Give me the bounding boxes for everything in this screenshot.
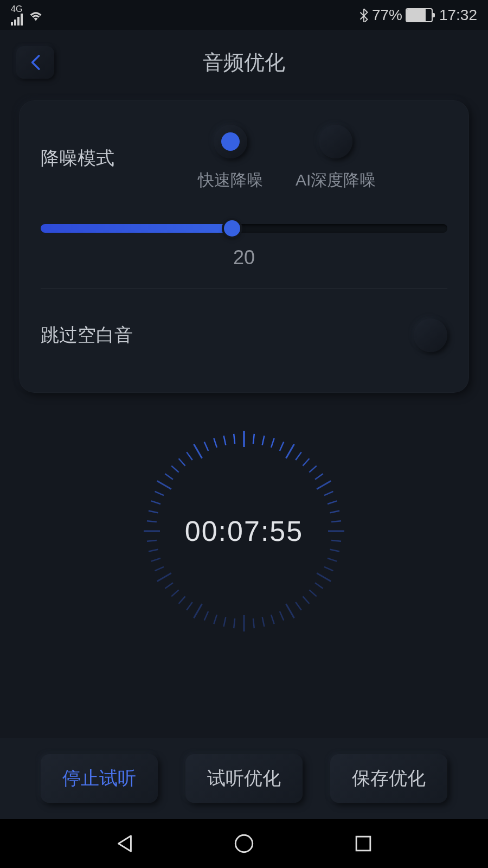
svg-line-47 — [149, 511, 158, 513]
radio-circle-icon — [319, 125, 352, 158]
status-right: 77% 17:32 — [359, 7, 477, 24]
radio-option-fast[interactable]: 快速降噪 — [198, 125, 263, 192]
svg-line-31 — [234, 618, 235, 628]
svg-line-24 — [296, 602, 301, 610]
skip-silence-toggle[interactable] — [414, 318, 447, 352]
svg-line-33 — [214, 615, 217, 624]
network-indicator: 4G — [11, 5, 23, 25]
network-type: 4G — [11, 5, 22, 14]
svg-line-29 — [253, 618, 254, 628]
svg-line-50 — [157, 481, 171, 489]
svg-line-21 — [315, 583, 323, 589]
timer-ticks-icon — [136, 423, 352, 640]
nav-bar — [0, 819, 488, 868]
options-card: 降噪模式 快速降噪 AI深度降噪 20 跳过空白音 — [19, 100, 469, 393]
svg-line-8 — [309, 466, 316, 473]
svg-line-54 — [187, 452, 192, 460]
svg-line-26 — [280, 611, 284, 620]
svg-line-19 — [324, 567, 333, 571]
svg-line-9 — [315, 474, 323, 480]
timer-container: 00:07:55 — [0, 423, 488, 640]
signal-icon — [11, 14, 23, 25]
page-title: 音频优化 — [203, 49, 285, 76]
svg-line-34 — [204, 611, 208, 620]
svg-line-43 — [149, 550, 158, 552]
noise-reduction-label: 降噪模式 — [41, 146, 149, 171]
back-button[interactable] — [16, 46, 54, 79]
svg-line-28 — [262, 617, 265, 627]
svg-line-59 — [234, 434, 235, 444]
header: 音频优化 — [0, 30, 488, 90]
svg-line-22 — [309, 590, 316, 596]
svg-line-35 — [194, 604, 202, 618]
clock-time: 17:32 — [439, 7, 477, 24]
svg-line-4 — [280, 442, 284, 451]
svg-line-7 — [303, 458, 309, 465]
radio-label-fast: 快速降噪 — [198, 169, 263, 192]
nav-recent-button[interactable] — [352, 833, 374, 854]
svg-line-18 — [328, 558, 337, 561]
svg-line-13 — [330, 511, 339, 513]
noise-reduction-row: 降噪模式 快速降噪 AI深度降噪 — [41, 125, 447, 192]
svg-line-10 — [317, 481, 331, 489]
bluetooth-icon — [359, 8, 369, 22]
svg-point-60 — [235, 835, 252, 852]
svg-line-17 — [330, 550, 339, 552]
radio-group: 快速降噪 AI深度降噪 — [198, 125, 376, 192]
svg-line-44 — [147, 540, 157, 541]
svg-line-14 — [331, 521, 341, 522]
svg-line-23 — [303, 596, 309, 603]
svg-rect-61 — [356, 837, 370, 851]
radio-circle-icon — [214, 125, 247, 158]
intensity-slider[interactable]: 20 — [41, 224, 447, 269]
svg-line-5 — [286, 444, 294, 458]
skip-silence-label: 跳过空白音 — [41, 323, 149, 348]
svg-line-51 — [165, 474, 173, 480]
svg-line-48 — [151, 501, 160, 504]
svg-line-52 — [171, 466, 178, 473]
battery-icon — [406, 8, 433, 22]
svg-line-25 — [286, 604, 294, 618]
divider — [41, 288, 447, 289]
svg-line-38 — [171, 590, 178, 596]
svg-line-40 — [157, 573, 171, 582]
svg-line-2 — [262, 436, 265, 445]
svg-line-6 — [296, 452, 301, 460]
svg-line-39 — [165, 583, 173, 589]
slider-fill — [41, 224, 232, 233]
chevron-left-icon — [29, 54, 41, 71]
svg-line-42 — [151, 558, 160, 561]
slider-thumb[interactable] — [224, 220, 240, 237]
svg-line-55 — [194, 444, 202, 458]
stop-preview-button[interactable]: 停止试听 — [41, 754, 158, 803]
svg-line-3 — [271, 438, 274, 448]
svg-line-12 — [328, 501, 337, 504]
svg-line-46 — [147, 521, 157, 522]
slider-value: 20 — [41, 246, 447, 269]
svg-line-27 — [271, 615, 274, 624]
svg-line-49 — [155, 492, 164, 495]
nav-back-button[interactable] — [114, 833, 136, 854]
svg-line-53 — [179, 458, 185, 465]
save-button[interactable]: 保存优化 — [330, 754, 447, 803]
svg-line-41 — [155, 567, 164, 571]
svg-line-16 — [331, 540, 341, 541]
svg-line-20 — [317, 573, 331, 582]
svg-line-1 — [253, 434, 254, 444]
status-bar: 4G 77% 17:32 — [0, 0, 488, 30]
wifi-icon — [28, 9, 43, 21]
nav-home-button[interactable] — [233, 833, 255, 854]
svg-line-58 — [224, 436, 226, 445]
timer-circle: 00:07:55 — [136, 423, 352, 640]
svg-line-56 — [204, 442, 208, 451]
radio-label-ai: AI深度降噪 — [296, 169, 376, 192]
svg-line-11 — [324, 492, 333, 495]
svg-line-32 — [224, 617, 226, 627]
radio-option-ai[interactable]: AI深度降噪 — [296, 125, 376, 192]
preview-button[interactable]: 试听优化 — [185, 754, 303, 803]
battery-percent: 77% — [372, 7, 402, 24]
svg-line-37 — [179, 596, 185, 603]
svg-line-36 — [187, 602, 192, 610]
skip-silence-row: 跳过空白音 — [41, 318, 447, 368]
bottom-bar: 停止试听 试听优化 保存优化 — [0, 738, 488, 819]
